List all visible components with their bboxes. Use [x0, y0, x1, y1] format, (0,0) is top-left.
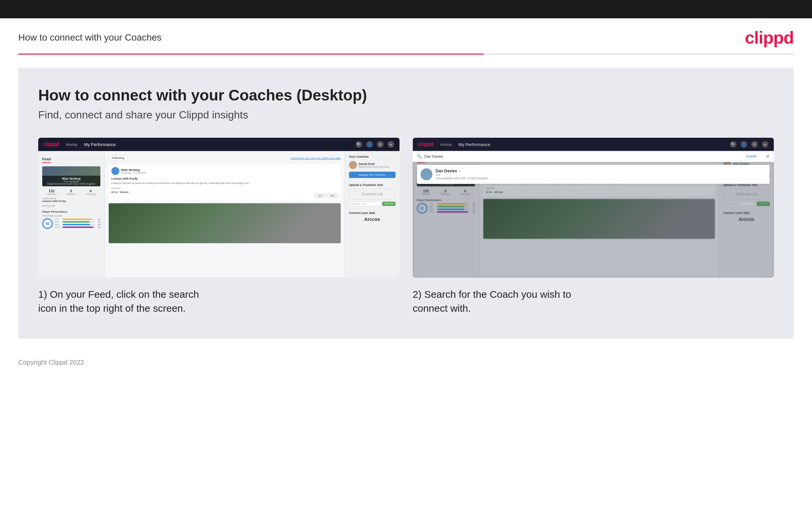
user-icon[interactable]: 👤 — [366, 141, 373, 148]
main-heading: How to connect with your Coaches (Deskto… — [38, 86, 774, 104]
feed-tab[interactable]: Feed — [42, 157, 51, 163]
screenshots-row: clippd Home My Performance 🔍 👤 ⚙ ● Feed — [38, 138, 774, 315]
post-author-info: Blair McHarg Yesterday · Sunningdale — [121, 168, 147, 174]
search-icon2[interactable]: 🔍 — [730, 141, 736, 148]
coach-avatar — [349, 161, 357, 169]
search-close-button[interactable]: ✕ — [766, 154, 770, 159]
top-bar — [0, 0, 812, 18]
main-subheading: Find, connect and share your Clippd insi… — [38, 109, 774, 121]
main-content: How to connect with your Coaches (Deskto… — [18, 68, 794, 339]
trackman-title: Upload a Trackman Test — [349, 183, 395, 186]
mockup1-left-panel: Feed Blair McHarg Plus Handicap Royal No… — [38, 151, 105, 278]
mockup2-nav-performance: My Performance — [458, 142, 490, 147]
profile-stats: 131 Activities 3 Followers 4 Following — [42, 189, 100, 195]
off-button[interactable]: OTT — [315, 194, 326, 198]
verified-icon: ✓ — [458, 169, 461, 173]
result-info: Dan Davies ✓ Pro Sunningdale Golf Club, … — [436, 169, 489, 180]
following-button[interactable]: Following — [109, 155, 127, 161]
post-btn-row: OTT APP — [111, 194, 338, 198]
post-title: Lesson with Fordy — [111, 177, 338, 180]
header-divider — [18, 53, 794, 54]
clippd-logo: clippd — [745, 28, 794, 48]
score-circle: 92 — [42, 218, 53, 229]
mockup1-middle-panel: Following Control who can see your activ… — [105, 151, 345, 278]
mockup2-nav: clippd Home My Performance 🔍 👤 ⚙ ● — [413, 138, 774, 151]
trackman-field[interactable]: Trackman Link — [349, 202, 381, 206]
footer: Copyright Clippd 2022 — [0, 352, 812, 376]
post-header: Blair McHarg Yesterday · Sunningdale — [111, 167, 338, 175]
latest-activity-label: Latest Activity — [42, 197, 100, 200]
mockup1-nav-icons: 🔍 👤 ⚙ ● — [355, 141, 394, 148]
duration-label: Duration — [111, 187, 338, 189]
search-magnifier-icon: 🔍 — [417, 154, 422, 159]
mockup1-body: Feed Blair McHarg Plus Handicap Royal No… — [38, 151, 399, 278]
add-link-button[interactable]: Add Link — [382, 202, 395, 206]
mockup1-right-panel: Your Coaches David Ford Royal North Devo… — [345, 151, 399, 278]
mockup2-logo: clippd — [418, 141, 434, 147]
post-author-sub: Yesterday · Sunningdale — [121, 172, 147, 174]
screenshot2-mockup: clippd Home My Performance 🔍 👤 ⚙ ● Feed — [413, 138, 774, 278]
header: How to connect with your Coaches clippd — [0, 18, 812, 53]
bar-app: APP 85 — [55, 221, 100, 223]
result-avatar — [421, 168, 432, 180]
profile-overlay: Blair McHarg Plus Handicap Royal North D… — [42, 176, 100, 186]
stat-following: 4 Following — [86, 189, 96, 195]
coaches-title: Your Coaches — [349, 155, 395, 158]
app-button[interactable]: APP — [327, 194, 338, 198]
profile-club: Royal North Devon Golf Club, United King… — [45, 183, 98, 185]
screenshot2-container: clippd Home My Performance 🔍 👤 ⚙ ● Feed — [413, 138, 774, 315]
profile-name: Blair McHarg — [45, 177, 98, 180]
bar-ott: OTT 90 — [55, 218, 100, 220]
latest-activity-val: Lesson with Fordy — [42, 200, 100, 203]
coach-name: David Ford — [359, 162, 389, 166]
settings-icon[interactable]: ⚙ — [377, 141, 384, 148]
search-clear-button[interactable]: CLEAR — [746, 155, 757, 158]
search-bar: 🔍 Dan Davies CLEAR ✕ — [413, 151, 774, 162]
connect-title: Connect your data — [349, 211, 395, 215]
post-author-name: Blair McHarg — [121, 168, 147, 172]
mockup1-nav: clippd Home My Performance 🔍 👤 ⚙ ● — [38, 138, 399, 151]
latest-activity-date: 03 Aug 2022 — [42, 205, 100, 207]
search-input[interactable]: Dan Davies — [424, 154, 744, 158]
screenshot1-mockup: clippd Home My Performance 🔍 👤 ⚙ ● Feed — [38, 138, 399, 278]
search-icon[interactable]: 🔍 — [355, 141, 362, 148]
performance-title: Player Performance — [42, 210, 100, 213]
duration-value: 01 hr : 30 min — [111, 190, 338, 194]
post-image — [109, 203, 341, 243]
post-card: Blair McHarg Yesterday · Sunningdale Les… — [109, 164, 341, 201]
mockup1-nav-home: Home — [66, 142, 78, 147]
arccos-logo: Arccos — [349, 217, 395, 222]
trackman-box: Trackman Link — [349, 188, 395, 200]
result-role: Pro — [436, 173, 489, 177]
trackman-input-row: Trackman Link Add Link — [349, 202, 395, 206]
coach-item: David Ford Royal North Devon Golf Club — [349, 161, 395, 169]
search-overlay: 🔍 Dan Davies CLEAR ✕ Dan Davies ✓ Pro — [413, 151, 774, 278]
step2-text: 2) Search for the Coach you wish toconne… — [413, 288, 774, 315]
coach-info: David Ford Royal North Devon Golf Club — [359, 162, 389, 168]
post-avatar — [111, 167, 119, 175]
mockup2-nav-home: Home — [440, 142, 452, 147]
bar-putt: PUTT 96 — [55, 226, 100, 228]
quality-label: Total Player Quality — [42, 215, 100, 217]
copyright-text: Copyright Clippd 2022 — [18, 358, 84, 366]
search-result-item[interactable]: Dan Davies ✓ Pro Sunningdale Golf Club, … — [417, 165, 770, 184]
post-text: Looking to feel like my hands are exitin… — [111, 182, 338, 185]
control-link[interactable]: Control who can see your activity and da… — [290, 157, 341, 160]
result-name: Dan Davies — [436, 169, 457, 173]
settings-icon2[interactable]: ⚙ — [751, 141, 758, 148]
avatar-icon: ● — [388, 141, 394, 148]
screenshot1-container: clippd Home My Performance 🔍 👤 ⚙ ● Feed — [38, 138, 399, 315]
profile-area: Blair McHarg Plus Handicap Royal North D… — [42, 166, 100, 186]
manage-coaches-button[interactable]: Manage Your Coaches — [349, 172, 395, 178]
profile-handicap: Plus Handicap — [45, 180, 98, 183]
page-title: How to connect with your Coaches — [18, 32, 161, 43]
result-club: Sunningdale Golf Club, United Kingdom — [436, 177, 489, 180]
avatar-icon2: ● — [762, 141, 768, 148]
user-icon2[interactable]: 👤 — [741, 141, 747, 148]
performance-bars: OTT 90 APP 85 ARG — [55, 218, 100, 229]
stat-activities: 131 Activities — [47, 189, 56, 195]
bar-arg: ARG 86 — [55, 223, 100, 225]
quality-row: 92 OTT 90 APP 85 — [42, 218, 100, 229]
stat-followers: 3 Followers — [66, 189, 76, 195]
mockup1-nav-performance: My Performance — [84, 142, 116, 147]
